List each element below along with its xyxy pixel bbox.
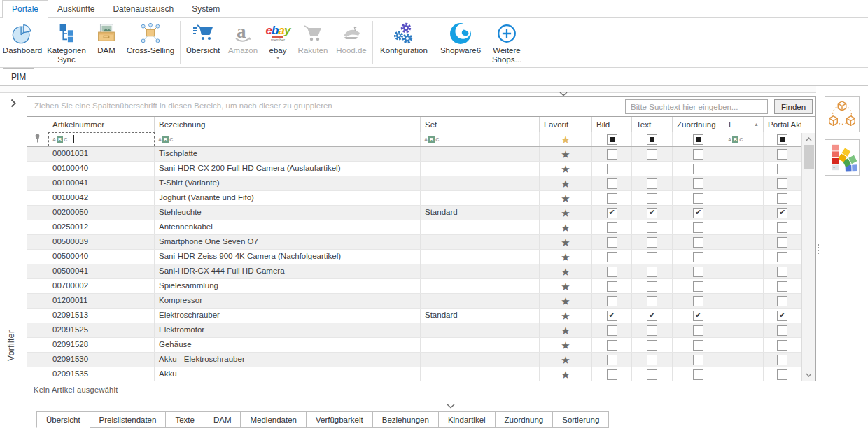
table-row[interactable]: 00001031Tischplatte★: [27, 147, 816, 162]
favorite-star-icon[interactable]: ★: [561, 281, 570, 292]
table-row[interactable]: 02091528Gehäuse★: [27, 338, 816, 353]
checkbox-unchecked[interactable]: [777, 325, 788, 336]
checkbox-unchecked[interactable]: [607, 237, 617, 248]
checkbox-unchecked[interactable]: [607, 149, 617, 160]
bottom-tab-bersicht[interactable]: Übersicht: [36, 411, 90, 428]
checkbox-unchecked[interactable]: [777, 267, 788, 277]
checkbox-indeterminate[interactable]: [607, 134, 617, 145]
checkbox-checked[interactable]: [647, 208, 657, 218]
filter-cell-zuordnung[interactable]: [673, 132, 724, 146]
checkbox-unchecked[interactable]: [693, 149, 704, 160]
checkbox-unchecked[interactable]: [693, 267, 704, 277]
table-row[interactable]: 00500041Sani-HDR-CX 444 Full HD Camera★: [27, 264, 816, 279]
checkbox-unchecked[interactable]: [693, 252, 704, 262]
checkbox-unchecked[interactable]: [693, 164, 704, 174]
checkbox-unchecked[interactable]: [777, 296, 788, 306]
table-row[interactable]: 00700002Spielesammlung★: [27, 279, 816, 294]
checkbox-unchecked[interactable]: [647, 178, 657, 189]
table-row[interactable]: 00500040Sani-HDR-Zeiss 900 4K Camera (Na…: [27, 250, 816, 264]
vertical-scrollbar[interactable]: [802, 133, 816, 381]
bottom-tab-verf-gbarkeit[interactable]: Verfügbarkeit: [306, 411, 373, 428]
checkbox-unchecked[interactable]: [777, 355, 788, 365]
checkbox-unchecked[interactable]: [647, 355, 657, 365]
ribbon-button-cross-selling[interactable]: Cross-Selling: [122, 18, 178, 67]
checkbox-unchecked[interactable]: [693, 178, 704, 189]
favorite-star-icon[interactable]: ★: [561, 193, 570, 204]
column-header-portal_aktiv[interactable]: Portal Aktiv: [764, 117, 802, 132]
sidebar-expand-button[interactable]: [10, 98, 19, 108]
filter-cell-bild[interactable]: [592, 132, 632, 146]
table-row[interactable]: 02091530Akku - Elektroschrauber★: [27, 353, 816, 367]
checkbox-unchecked[interactable]: [607, 164, 617, 174]
bottom-tab-dam[interactable]: DAM: [204, 411, 241, 428]
checkbox-unchecked[interactable]: [777, 369, 788, 380]
checkbox-unchecked[interactable]: [647, 193, 657, 204]
checkbox-unchecked[interactable]: [693, 340, 704, 351]
filter-cell-artikelnummer[interactable]: ABC: [48, 132, 155, 146]
checkbox-unchecked[interactable]: [693, 281, 704, 292]
ribbon-button-dashboard[interactable]: Dashboard: [2, 18, 43, 67]
checkbox-indeterminate[interactable]: [693, 134, 704, 145]
table-row[interactable]: 00200050StehleuchteStandard★: [27, 206, 816, 220]
checkbox-unchecked[interactable]: [647, 252, 657, 262]
bottom-tab-texte[interactable]: Texte: [165, 411, 204, 428]
checkbox-unchecked[interactable]: [647, 222, 657, 233]
ribbon-button-kategorien-sync[interactable]: Kategorien Sync: [43, 18, 90, 67]
favorite-star-filter-icon[interactable]: ★: [561, 134, 570, 145]
checkbox-unchecked[interactable]: [693, 355, 704, 365]
checkbox-indeterminate[interactable]: [777, 134, 788, 145]
checkbox-unchecked[interactable]: [693, 325, 704, 336]
checkbox-unchecked[interactable]: [693, 237, 704, 248]
bottom-tab-kindartikel[interactable]: Kindartikel: [438, 411, 496, 428]
checkbox-unchecked[interactable]: [777, 149, 788, 160]
bottom-tab-sortierung[interactable]: Sortierung: [552, 411, 609, 428]
checkbox-checked[interactable]: [777, 208, 788, 218]
checkbox-unchecked[interactable]: [607, 355, 617, 365]
checkbox-unchecked[interactable]: [777, 178, 788, 189]
checkbox-unchecked[interactable]: [777, 340, 788, 351]
filter-cell-portal_aktiv[interactable]: [764, 132, 802, 146]
table-row[interactable]: 00100041T-Shirt (Variante)★: [27, 176, 816, 191]
top-splitter[interactable]: [0, 86, 816, 93]
checkbox-checked[interactable]: [607, 208, 617, 218]
favorite-star-icon[interactable]: ★: [561, 164, 570, 174]
checkbox-checked[interactable]: [647, 311, 657, 321]
checkbox-unchecked[interactable]: [607, 222, 617, 233]
bottom-tab-mediendaten[interactable]: Mediendaten: [240, 411, 307, 428]
group-by-panel[interactable]: Ziehen Sie eine Spaltenüberschrift in di…: [27, 97, 816, 117]
ribbon-tab-system[interactable]: System: [183, 1, 229, 18]
column-header-zuordnung[interactable]: Zuordnung: [673, 117, 724, 132]
ribbon-button-ebay[interactable]: ebaymemberebay▾: [262, 18, 294, 67]
checkbox-unchecked[interactable]: [647, 296, 657, 306]
column-header-artikelnummer[interactable]: Artikelnummer: [48, 117, 155, 132]
checkbox-checked[interactable]: [693, 208, 704, 218]
table-row[interactable]: 00100040Sani-HDR-CX 200 Full HD Camera (…: [27, 162, 816, 176]
favorite-star-icon[interactable]: ★: [561, 237, 570, 248]
ribbon-button-shopware6[interactable]: Shopware6: [437, 18, 484, 67]
favorite-star-icon[interactable]: ★: [561, 325, 570, 336]
checkbox-unchecked[interactable]: [607, 369, 617, 380]
modules-button[interactable]: [825, 96, 860, 132]
checkbox-unchecked[interactable]: [607, 252, 617, 262]
checkbox-unchecked[interactable]: [777, 237, 788, 248]
checkbox-unchecked[interactable]: [777, 281, 788, 292]
checkbox-indeterminate[interactable]: [647, 134, 657, 145]
table-row[interactable]: 02091525Elektromotor★: [27, 323, 816, 338]
filter-cell-favorit[interactable]: ★: [540, 132, 592, 146]
scroll-up-button[interactable]: [802, 133, 816, 145]
search-input[interactable]: [625, 99, 768, 114]
checkbox-unchecked[interactable]: [647, 237, 657, 248]
checkbox-checked[interactable]: [607, 311, 617, 321]
bottom-tab-beziehungen[interactable]: Beziehungen: [372, 411, 439, 428]
checkbox-unchecked[interactable]: [607, 296, 617, 306]
column-header-bezeichnung[interactable]: Bezeichnung: [155, 117, 421, 132]
scroll-down-button[interactable]: [802, 369, 816, 381]
column-header-bild[interactable]: Bild: [592, 117, 632, 132]
favorite-star-icon[interactable]: ★: [561, 355, 570, 365]
checkbox-unchecked[interactable]: [607, 281, 617, 292]
ribbon-button-weitere-shops[interactable]: Weitere Shops...: [484, 18, 529, 67]
checkbox-unchecked[interactable]: [693, 193, 704, 204]
checkbox-unchecked[interactable]: [647, 369, 657, 380]
favorite-star-icon[interactable]: ★: [561, 222, 570, 233]
colors-button[interactable]: [825, 139, 860, 176]
